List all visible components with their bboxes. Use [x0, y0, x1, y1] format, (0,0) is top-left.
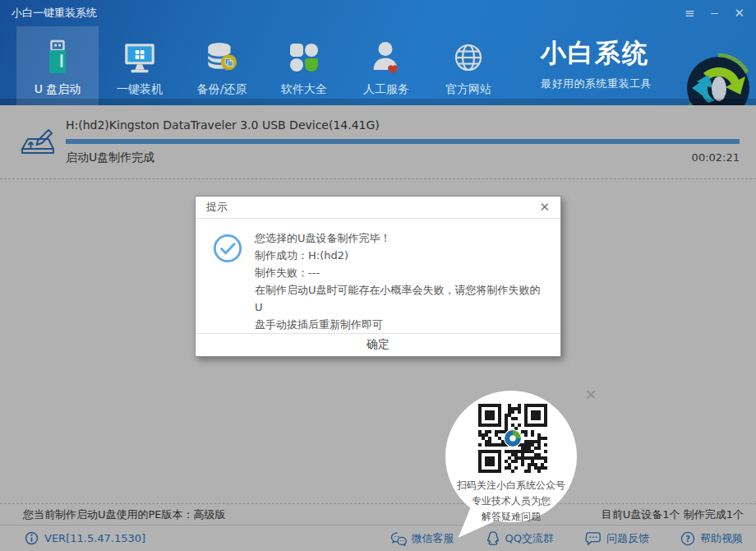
nav-tab-label: 官方网站 [445, 82, 491, 97]
dialog-message-line: 在制作启动U盘时可能存在小概率会失败，请您将制作失败的U [255, 281, 547, 316]
dialog-message-line: 您选择的U盘设备制作完毕！ [255, 229, 547, 247]
nav-tab-human-support[interactable]: 人工服务 [345, 26, 427, 105]
support-icon [368, 36, 404, 79]
dialog-message: 您选择的U盘设备制作完毕！制作成功：H:(hd2)制作失败：---在制作启动U盘… [255, 229, 547, 333]
window-controls: ≡ ─ ✕ [685, 7, 744, 20]
qr-caption: 扫码关注小白系统公众号专业技术人员为您解答疑难问题 [437, 478, 585, 525]
dialog-body: 您选择的U盘设备制作完毕！制作成功：H:(hd2)制作失败：---在制作启动U盘… [196, 219, 560, 333]
qr-bubble: 扫码关注小白系统公众号专业技术人员为您解答疑难问题 [445, 391, 577, 522]
minimize-icon[interactable]: ─ [712, 8, 718, 19]
software-icon [286, 36, 322, 79]
qr-close-icon[interactable]: ✕ [585, 387, 597, 403]
nav-tabs: U 盘启动 一键装机 备份/还原 软件大全 人工服务 官方网站 [16, 26, 509, 105]
navbar: U 盘启动 一键装机 备份/还原 软件大全 人工服务 官方网站 小白系统 最好用… [0, 26, 756, 105]
nav-tab-one-click-install[interactable]: 一键装机 [99, 26, 181, 105]
qr-caption-line: 扫码关注小白系统公众号 [437, 478, 585, 493]
close-icon[interactable]: ✕ [734, 7, 744, 20]
usb-drive-icon [39, 36, 76, 79]
brand: 小白系统 最好用的系统重装工具 [541, 36, 652, 91]
globe-icon [450, 36, 486, 79]
brand-name: 小白系统 [541, 36, 652, 71]
window-title: 小白一键重装系统 [12, 6, 97, 21]
nav-tab-label: 备份/还原 [197, 82, 247, 97]
qr-caption-line: 专业技术人员为您 [437, 493, 585, 509]
qr-code [478, 404, 547, 473]
backup-icon [203, 36, 241, 79]
menu-icon[interactable]: ≡ [685, 7, 695, 20]
nav-tab-label: 一键装机 [117, 82, 163, 97]
prompt-dialog: 提示 ✕ 您选择的U盘设备制作完毕！制作成功：H:(hd2)制作失败：---在制… [195, 196, 561, 357]
titlebar: 小白一键重装系统 ≡ ─ ✕ [0, 0, 756, 26]
nav-tab-backup-restore[interactable]: 备份/还原 [181, 26, 263, 105]
qr-popup: ✕ 扫码关注小白系统公众号专业技术人员为您解答疑难问题 [444, 385, 604, 551]
qr-caption-line: 解答疑难问题 [437, 509, 585, 525]
ok-button[interactable]: 确定 [342, 334, 414, 355]
qr-center-logo-icon [504, 429, 522, 447]
app-header: 小白一键重装系统 ≡ ─ ✕ U 盘启动 一键装机 备份/还原 软件大全 人工服… [0, 0, 756, 105]
nav-tab-official-website[interactable]: 官方网站 [427, 26, 509, 105]
dialog-titlebar: 提示 ✕ [196, 197, 560, 219]
monitor-icon [121, 36, 159, 79]
dialog-message-line: 制作失败：--- [255, 264, 547, 281]
nav-tab-usb-boot[interactable]: U 盘启动 [16, 26, 99, 105]
dialog-close-icon[interactable]: ✕ [539, 200, 550, 215]
success-check-icon [212, 233, 243, 267]
dialog-message-line: 盘手动拔插后重新制作即可 [255, 316, 547, 333]
nav-tab-label: U 盘启动 [35, 82, 81, 97]
dialog-footer: 确定 [196, 333, 560, 356]
nav-tab-software-center[interactable]: 软件大全 [263, 26, 345, 105]
brand-slogan: 最好用的系统重装工具 [541, 76, 652, 91]
dialog-message-line: 制作成功：H:(hd2) [255, 247, 547, 264]
nav-tab-label: 人工服务 [363, 82, 409, 97]
dialog-title: 提示 [206, 200, 228, 215]
nav-tab-label: 软件大全 [281, 82, 327, 97]
